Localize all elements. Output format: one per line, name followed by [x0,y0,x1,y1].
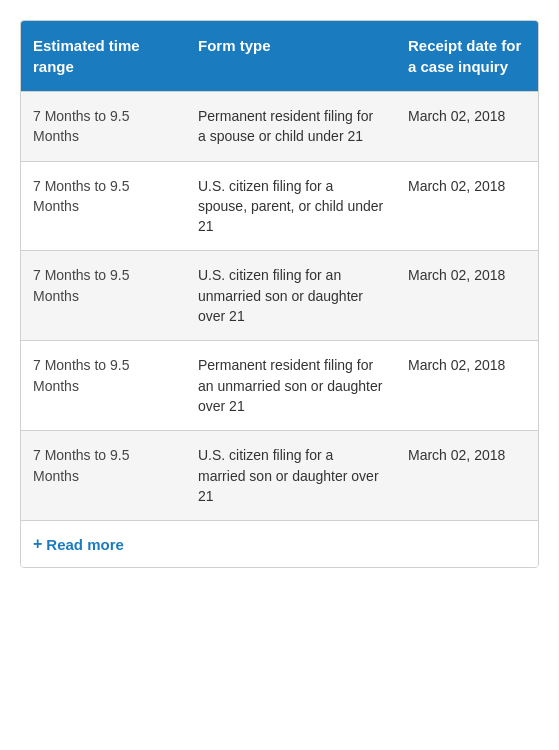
cell-time-range: 7 Months to 9.5 Months [21,251,186,340]
header-receipt-date: Receipt date for a case inquiry [396,21,539,91]
table-row: 7 Months to 9.5 MonthsU.S. citizen filin… [21,430,538,520]
cell-receipt-date: March 02, 2018 [396,92,539,161]
cell-time-range: 7 Months to 9.5 Months [21,431,186,520]
cell-form-type: Permanent resident filing for an unmarri… [186,341,396,430]
table-row: 7 Months to 9.5 MonthsU.S. citizen filin… [21,161,538,251]
header-estimated-time: Estimated time range [21,21,186,91]
cell-form-type: U.S. citizen filing for a spouse, parent… [186,162,396,251]
cell-time-range: 7 Months to 9.5 Months [21,92,186,161]
cell-form-type: U.S. citizen filing for a married son or… [186,431,396,520]
read-more-label: Read more [46,536,124,553]
table-row: 7 Months to 9.5 MonthsU.S. citizen filin… [21,250,538,340]
cell-receipt-date: March 02, 2018 [396,162,539,251]
table-header: Estimated time range Form type Receipt d… [21,21,538,91]
read-more-row: + Read more [21,520,538,567]
plus-icon: + [33,535,42,553]
cell-form-type: U.S. citizen filing for an unmarried son… [186,251,396,340]
table-row: 7 Months to 9.5 MonthsPermanent resident… [21,91,538,161]
table-body: 7 Months to 9.5 MonthsPermanent resident… [21,91,538,520]
cell-form-type: Permanent resident filing for a spouse o… [186,92,396,161]
cell-receipt-date: March 02, 2018 [396,341,539,430]
processing-times-table: Estimated time range Form type Receipt d… [20,20,539,568]
header-form-type: Form type [186,21,396,91]
table-row: 7 Months to 9.5 MonthsPermanent resident… [21,340,538,430]
cell-time-range: 7 Months to 9.5 Months [21,162,186,251]
cell-receipt-date: March 02, 2018 [396,251,539,340]
cell-receipt-date: March 02, 2018 [396,431,539,520]
read-more-link[interactable]: + Read more [33,535,124,553]
cell-time-range: 7 Months to 9.5 Months [21,341,186,430]
